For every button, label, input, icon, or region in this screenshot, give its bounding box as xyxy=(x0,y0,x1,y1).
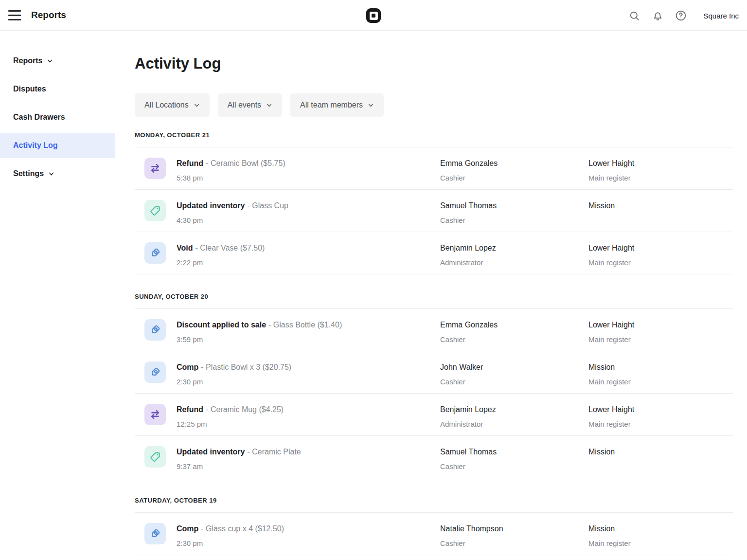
chevron-down-icon xyxy=(194,102,200,108)
location-name: Lower Haight xyxy=(588,321,634,329)
person-role: Cashier xyxy=(440,216,465,224)
activity-row[interactable]: Comp- Glass cup x 4 ($12.50) 2:30 pm Nat… xyxy=(135,513,733,555)
register-name: Main register xyxy=(588,174,631,182)
location-name: Lower Haight xyxy=(588,244,634,253)
person-name: Emma Gonzales xyxy=(440,159,498,168)
person-role: Cashier xyxy=(440,378,465,386)
register-name: Main register xyxy=(588,420,631,428)
filter-locations[interactable]: All Locations xyxy=(135,93,210,117)
event-time: 2:22 pm xyxy=(177,258,203,267)
register-name: Main register xyxy=(588,539,631,547)
event-detail: - Glass Cup xyxy=(247,201,288,210)
event-name: Comp xyxy=(177,524,198,533)
event-name: Comp xyxy=(177,363,198,371)
group-rows: Refund- Ceramic Bowl ($5.75) 5:38 pm Emm… xyxy=(135,147,733,274)
person-name: Samuel Thomas xyxy=(440,201,497,210)
location-name: Mission xyxy=(588,448,615,456)
inventory-tag-icon xyxy=(144,446,166,468)
sidebar-item-cash-drawers[interactable]: Cash Drawers xyxy=(0,105,115,130)
activity-row[interactable]: Discount applied to sale- Glass Bottle (… xyxy=(135,309,733,351)
person-role: Cashier xyxy=(440,174,465,182)
location-name: Lower Haight xyxy=(588,405,634,414)
chevron-down-icon xyxy=(368,102,374,108)
event-time: 3:59 pm xyxy=(177,335,203,343)
group-date-header: MONDAY, OCTOBER 21 xyxy=(135,131,733,139)
location-name: Mission xyxy=(588,363,615,372)
main-content: Activity Log All Locations All events Al… xyxy=(135,31,733,555)
person-role: Cashier xyxy=(440,539,465,547)
person-role: Cashier xyxy=(440,462,465,470)
event-detail: - Plastic Bowl x 3 ($20.75) xyxy=(201,363,291,371)
search-icon[interactable] xyxy=(628,9,640,22)
topbar: Reports Square Inc xyxy=(0,0,747,31)
help-icon[interactable] xyxy=(675,9,687,22)
activity-row[interactable]: Refund- Ceramic Mug ($4.25) 12:25 pm Ben… xyxy=(135,394,733,436)
person-role: Administrator xyxy=(440,420,483,428)
person-name: Benjamin Lopez xyxy=(440,244,496,253)
event-detail: - Clear Vase ($7.50) xyxy=(195,244,265,252)
activity-row[interactable]: Void- Clear Vase ($7.50) 2:22 pm Benjami… xyxy=(135,232,733,274)
discount-tag-icon xyxy=(144,361,166,383)
sidebar-item-label: Reports xyxy=(13,56,42,65)
activity-group: SATURDAY, OCTOBER 19 Comp- Glass cup x 4… xyxy=(135,497,733,555)
sidebar: Reports Disputes Cash Drawers Activity L… xyxy=(0,31,115,189)
event-name: Refund xyxy=(177,159,203,167)
chevron-down-icon xyxy=(47,58,53,64)
discount-tag-icon xyxy=(144,242,166,264)
person-role: Administrator xyxy=(440,258,483,267)
person-name: Samuel Thomas xyxy=(440,448,497,456)
discount-tag-icon xyxy=(144,319,166,341)
location-name: Mission xyxy=(588,524,615,533)
person-name: Natalie Thompson xyxy=(440,524,503,533)
register-name: Main register xyxy=(588,335,631,343)
sidebar-item-settings[interactable]: Settings xyxy=(0,161,115,186)
filter-label: All events xyxy=(228,101,261,109)
refund-icon xyxy=(144,158,166,179)
group-rows: Comp- Glass cup x 4 ($12.50) 2:30 pm Nat… xyxy=(135,512,733,555)
event-name: Updated inventory xyxy=(177,201,245,210)
event-detail: - Glass cup x 4 ($12.50) xyxy=(201,524,284,533)
event-time: 4:30 pm xyxy=(177,216,203,224)
sidebar-item-label: Disputes xyxy=(13,85,46,93)
event-time: 2:30 pm xyxy=(177,378,203,386)
activity-row[interactable]: Updated inventory- Ceramic Plate 9:37 am… xyxy=(135,436,733,478)
sidebar-item-disputes[interactable]: Disputes xyxy=(0,76,115,102)
event-detail: - Ceramic Bowl ($5.75) xyxy=(206,159,285,167)
activity-row[interactable]: Refund- Ceramic Bowl ($5.75) 5:38 pm Emm… xyxy=(135,147,733,190)
person-name: Benjamin Lopez xyxy=(440,405,496,414)
sidebar-item-activity-log[interactable]: Activity Log xyxy=(0,133,115,158)
event-detail: - Ceramic Mug ($4.25) xyxy=(206,405,284,414)
discount-tag-icon xyxy=(144,523,166,544)
inventory-tag-icon xyxy=(144,200,166,221)
square-logo-icon[interactable] xyxy=(366,8,381,23)
event-detail: - Glass Bottle ($1.40) xyxy=(268,321,342,329)
person-name: Emma Gonzales xyxy=(440,321,498,329)
location-name: Mission xyxy=(588,201,615,210)
filter-events[interactable]: All events xyxy=(218,93,282,117)
topbar-title: Reports xyxy=(31,10,66,20)
register-name: Main register xyxy=(588,258,631,267)
activity-groups: MONDAY, OCTOBER 21 Refund- Ceramic Bowl … xyxy=(135,131,733,555)
activity-group: SUNDAY, OCTOBER 20 Discount applied to s… xyxy=(135,293,733,478)
filter-team-members[interactable]: All team members xyxy=(290,93,384,117)
sidebar-item-label: Settings xyxy=(13,169,44,178)
event-time: 2:30 pm xyxy=(177,539,203,547)
notifications-bell-icon[interactable] xyxy=(651,9,664,22)
event-detail: - Ceramic Plate xyxy=(247,448,301,456)
person-role: Cashier xyxy=(440,335,465,343)
group-date-header: SATURDAY, OCTOBER 19 xyxy=(135,497,733,504)
activity-row[interactable]: Comp- Plastic Bowl x 3 ($20.75) 2:30 pm … xyxy=(135,351,733,394)
page-title: Activity Log xyxy=(135,54,733,72)
event-name: Void xyxy=(177,244,193,252)
chevron-down-icon xyxy=(48,171,54,177)
activity-group: MONDAY, OCTOBER 21 Refund- Ceramic Bowl … xyxy=(135,131,733,274)
account-name[interactable]: Square Inc xyxy=(703,12,739,20)
activity-row[interactable]: Updated inventory- Glass Cup 4:30 pm Sam… xyxy=(135,190,733,232)
event-time: 12:25 pm xyxy=(177,420,207,428)
sidebar-item-reports[interactable]: Reports xyxy=(0,48,115,73)
register-name: Main register xyxy=(588,378,631,386)
sidebar-item-label: Activity Log xyxy=(13,141,58,150)
event-name: Refund xyxy=(177,405,203,414)
menu-icon[interactable] xyxy=(8,10,22,20)
filter-bar: All Locations All events All team member… xyxy=(135,93,733,117)
